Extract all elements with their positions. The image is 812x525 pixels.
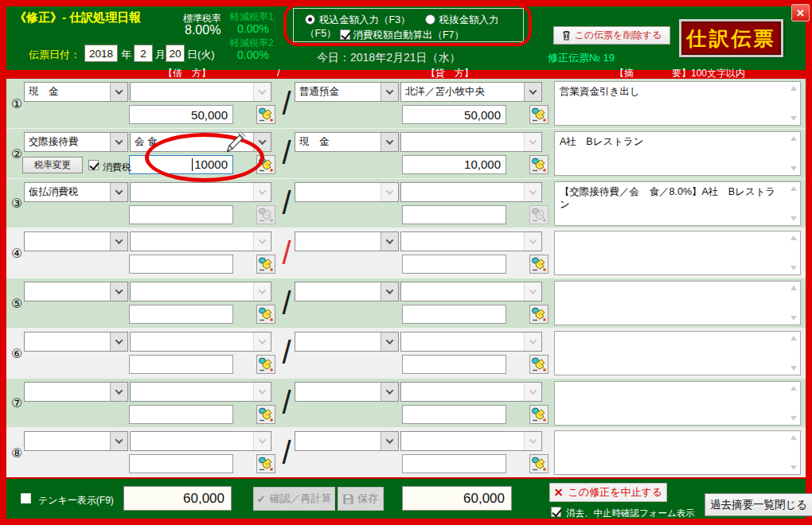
scroll-down-icon[interactable] <box>791 416 797 421</box>
credit-account-select[interactable] <box>295 282 399 301</box>
credit-account-select[interactable] <box>295 382 399 402</box>
scroll-up-icon[interactable] <box>791 86 797 91</box>
scroll-up-icon[interactable] <box>791 286 797 290</box>
credit-amount-input[interactable] <box>402 255 506 274</box>
credit-amount-helper-button[interactable] <box>529 105 548 124</box>
close-button[interactable]: ✕ <box>791 4 810 21</box>
credit-amount-input[interactable] <box>402 305 506 324</box>
credit-subaccount-select[interactable] <box>400 332 542 352</box>
debit-amount-input[interactable] <box>129 454 233 473</box>
debit-amount-helper-button[interactable] <box>256 155 275 174</box>
debit-subaccount-select[interactable] <box>130 182 271 202</box>
debit-amount-input[interactable] <box>129 405 233 424</box>
debit-amount-helper-button[interactable] <box>256 405 275 424</box>
memo-textarea[interactable]: A社 Bレストラン <box>554 131 801 176</box>
credit-subaccount-select[interactable] <box>400 282 542 301</box>
debit-total-input[interactable]: 60,000 <box>123 486 232 511</box>
credit-subaccount-select[interactable] <box>400 431 542 451</box>
scroll-up-icon[interactable] <box>791 386 797 391</box>
scroll-down-icon[interactable] <box>791 166 797 171</box>
debit-account-select[interactable] <box>24 332 128 352</box>
credit-amount-input[interactable]: 10,000 <box>402 155 506 174</box>
consumption-tax-checkbox[interactable] <box>88 160 99 170</box>
memo-textarea[interactable] <box>554 430 801 475</box>
memo-textarea[interactable] <box>554 381 801 426</box>
credit-account-select[interactable] <box>295 431 399 451</box>
confirm-form-checkbox[interactable] <box>551 507 561 517</box>
slip-date-day-input[interactable]: 20 <box>166 45 185 62</box>
credit-account-select[interactable]: 現 金 <box>295 132 399 152</box>
memo-textarea[interactable] <box>554 281 801 325</box>
debit-account-select[interactable]: 交際接待費 <box>24 132 128 152</box>
memo-textarea[interactable]: 営業資金引き出し <box>554 81 801 126</box>
credit-subaccount-select[interactable]: 北洋／苫小牧中央 <box>400 82 542 102</box>
debit-amount-input[interactable] <box>129 255 233 274</box>
debit-amount-input[interactable] <box>129 205 233 224</box>
scroll-down-icon[interactable] <box>791 216 797 221</box>
tax-rate-change-button[interactable]: 税率変更 <box>22 157 83 173</box>
credit-account-select[interactable] <box>295 332 399 352</box>
tax-included-radio[interactable] <box>305 14 315 25</box>
debit-subaccount-select[interactable] <box>130 332 271 352</box>
credit-amount-input[interactable] <box>402 454 506 473</box>
scroll-up-icon[interactable] <box>791 336 797 340</box>
scroll-down-icon[interactable] <box>791 116 797 121</box>
credit-subaccount-select[interactable] <box>400 382 542 402</box>
slip-date-year-input[interactable]: 2018 <box>84 45 118 62</box>
scroll-up-icon[interactable] <box>791 136 797 141</box>
scroll-up-icon[interactable] <box>791 435 797 440</box>
debit-amount-input[interactable] <box>129 355 233 374</box>
debit-amount-input[interactable] <box>129 305 233 324</box>
auto-tax-checkbox[interactable] <box>340 29 350 40</box>
scroll-down-icon[interactable] <box>791 465 797 470</box>
tax-excluded-radio[interactable] <box>425 14 435 25</box>
credit-subaccount-select[interactable] <box>400 231 542 251</box>
debit-amount-helper-button[interactable] <box>256 305 275 324</box>
debit-account-select[interactable] <box>24 431 128 451</box>
debit-amount-helper-button[interactable] <box>256 355 275 374</box>
tenkey-display-checkbox[interactable] <box>21 493 31 504</box>
close-past-memo-list-button[interactable]: 過去摘要一覧閉じる <box>705 493 812 516</box>
debit-account-select[interactable] <box>24 282 128 301</box>
debit-subaccount-select[interactable] <box>130 82 271 102</box>
credit-account-select[interactable]: 普通預金 <box>295 82 399 102</box>
debit-subaccount-select[interactable] <box>130 231 271 251</box>
scroll-down-icon[interactable] <box>791 316 797 321</box>
scroll-up-icon[interactable] <box>791 235 797 240</box>
credit-account-select[interactable] <box>295 182 399 202</box>
debit-amount-helper-button[interactable] <box>256 255 275 274</box>
memo-textarea[interactable]: 【交際接待費／会 食／8.0%】A社 Bレストラン <box>554 181 801 226</box>
credit-amount-input[interactable]: 50,000 <box>402 105 506 124</box>
credit-amount-helper-button[interactable] <box>529 255 548 274</box>
memo-textarea[interactable] <box>554 231 801 275</box>
credit-subaccount-select[interactable] <box>400 182 542 202</box>
scroll-down-icon[interactable] <box>791 266 797 270</box>
slip-date-month-input[interactable]: 2 <box>134 45 153 62</box>
memo-textarea[interactable] <box>554 331 801 375</box>
credit-amount-helper-button[interactable] <box>529 305 548 324</box>
debit-account-select[interactable] <box>24 382 128 402</box>
cancel-correction-button[interactable]: ✕この修正を中止する <box>549 483 667 502</box>
credit-amount-input[interactable] <box>402 355 506 374</box>
debit-subaccount-select[interactable] <box>130 282 271 301</box>
credit-amount-input[interactable] <box>402 205 506 224</box>
scroll-up-icon[interactable] <box>791 186 797 191</box>
credit-amount-helper-button[interactable] <box>529 355 548 374</box>
debit-account-select[interactable]: 仮払消費税 <box>24 182 128 202</box>
credit-amount-input[interactable] <box>402 405 506 424</box>
debit-amount-helper-button[interactable] <box>256 105 275 124</box>
debit-amount-input[interactable]: 50,000 <box>129 105 233 124</box>
debit-subaccount-select[interactable] <box>130 431 271 451</box>
credit-total-input[interactable]: 60,000 <box>402 486 512 511</box>
debit-subaccount-select[interactable] <box>130 382 271 402</box>
delete-slip-button[interactable]: この伝票を削除する <box>553 26 670 45</box>
debit-account-select[interactable] <box>24 231 128 251</box>
debit-amount-helper-button[interactable] <box>256 454 275 473</box>
credit-amount-helper-button[interactable] <box>529 454 548 473</box>
credit-subaccount-select[interactable] <box>400 132 542 152</box>
credit-amount-helper-button[interactable] <box>529 155 548 174</box>
debit-account-select[interactable]: 現 金 <box>24 82 128 102</box>
debit-subaccount-select[interactable]: 会 食 <box>130 132 271 152</box>
debit-amount-input[interactable]: 10000 <box>129 155 233 174</box>
credit-account-select[interactable] <box>295 231 399 251</box>
